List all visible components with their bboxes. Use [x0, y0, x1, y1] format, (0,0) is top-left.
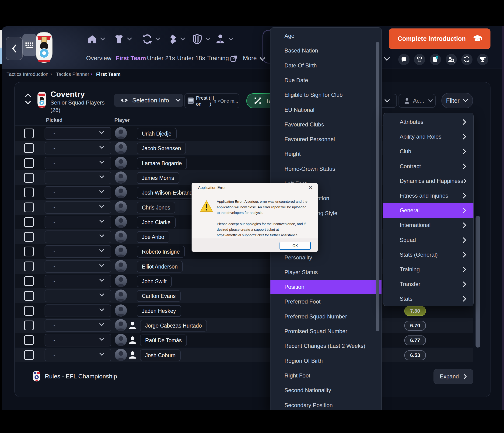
category-transfer[interactable]: Transfer — [383, 277, 473, 291]
trophy-button[interactable] — [477, 54, 488, 65]
row-checkbox[interactable] — [24, 321, 34, 330]
dialog-ok-button[interactable]: OK — [279, 242, 311, 250]
report-alert-button[interactable]: ★ — [430, 54, 441, 65]
column-option-recent-changes-last-2-weeks-[interactable]: Recent Changes (Last 2 Weeks) — [270, 339, 381, 353]
picked-dropdown[interactable]: - — [45, 216, 111, 228]
player-name[interactable]: Jacob Sørensen — [137, 143, 186, 154]
row-checkbox[interactable] — [24, 276, 34, 286]
player-photo[interactable] — [115, 349, 127, 361]
nav-shirt-icon[interactable] — [114, 34, 124, 44]
tab-under-18s[interactable]: Under 18s — [177, 54, 205, 62]
sync-circle-button[interactable] — [461, 54, 472, 65]
player-photo[interactable] — [115, 334, 127, 346]
player-photo[interactable] — [115, 319, 127, 331]
column-option-home-grown-status[interactable]: Home-Grown Status — [270, 162, 381, 176]
player-name[interactable]: James Morris — [137, 172, 179, 184]
player-name[interactable]: Elliot Anderson — [137, 261, 183, 272]
expand-button[interactable]: Expand — [433, 369, 473, 384]
column-option-right-foot[interactable]: Right Foot — [270, 368, 381, 383]
player-name[interactable]: Joe Aribo — [137, 231, 169, 243]
tab-first-team[interactable]: First Team — [116, 54, 146, 62]
chevron-down-icon[interactable] — [180, 37, 185, 42]
row-checkbox[interactable] — [24, 173, 34, 183]
column-option-favoured-personnel[interactable]: Favoured Personnel — [270, 132, 381, 146]
category-general[interactable]: General — [383, 203, 473, 218]
player-name[interactable]: Josh Coburn — [140, 350, 180, 361]
picked-dropdown[interactable]: - — [45, 260, 111, 273]
player-photo[interactable] — [115, 186, 127, 198]
category-fitness-and-injuries[interactable]: Fitness and Injuries — [383, 188, 473, 203]
row-checkbox[interactable] — [24, 232, 34, 242]
player-photo[interactable] — [115, 142, 127, 154]
academy-dropdown[interactable]: Ac... — [398, 94, 436, 108]
column-option-personality[interactable]: Personality — [270, 250, 381, 265]
back-button[interactable] — [6, 37, 23, 60]
player-name[interactable]: Chris Jones — [137, 202, 175, 214]
picked-dropdown[interactable]: - — [45, 275, 111, 288]
chevron-down-icon[interactable] — [155, 37, 160, 42]
category-ability-and-roles[interactable]: Ability and Roles — [383, 129, 473, 144]
picked-dropdown[interactable]: - — [45, 201, 111, 214]
category-squad[interactable]: Squad — [383, 233, 473, 247]
row-checkbox[interactable] — [24, 128, 34, 138]
column-option-second-nationality[interactable]: Second Nationality — [270, 383, 381, 397]
keyboard-button[interactable] — [22, 34, 37, 56]
filter-button[interactable]: Filter — [441, 93, 473, 108]
player-name[interactable]: Carlton Evans — [137, 290, 180, 302]
player-photo[interactable] — [115, 127, 127, 139]
column-option-preferred-squad-number[interactable]: Preferred Squad Number — [270, 309, 381, 324]
complete-introduction-button[interactable]: Complete Introduction — [389, 28, 490, 49]
column-option-region-of-birth[interactable]: Region Of Birth — [270, 354, 381, 368]
tab-training[interactable]: Training — [207, 54, 229, 62]
row-checkbox[interactable] — [24, 158, 34, 168]
picked-dropdown[interactable]: - — [45, 231, 111, 243]
column-option-player-status[interactable]: Player Status — [270, 265, 381, 280]
picked-dropdown[interactable]: - — [45, 245, 111, 258]
breadcrumb-item[interactable]: Tactics Introduction — [7, 71, 49, 77]
column-option-eu-national[interactable]: EU National — [270, 103, 381, 117]
column-option-favoured-clubs[interactable]: Favoured Clubs — [270, 117, 381, 132]
picked-dropdown[interactable]: - — [45, 349, 111, 361]
dialog-close-button[interactable]: ✕ — [308, 185, 313, 191]
row-checkbox[interactable] — [24, 188, 34, 197]
column-header-picked[interactable]: Picked — [46, 117, 63, 123]
scout-button[interactable] — [446, 54, 457, 65]
player-name[interactable]: Jorge Cabezas Hurtado — [140, 320, 207, 332]
nav-club-logo-icon[interactable] — [167, 34, 177, 44]
selection-info-dropdown[interactable]: Selection Info — [114, 94, 183, 107]
player-photo[interactable] — [115, 231, 127, 243]
page-scrollbar[interactable] — [476, 216, 480, 348]
row-checkbox[interactable] — [24, 350, 34, 360]
tab-under-21s[interactable]: Under 21s — [147, 54, 175, 62]
row-checkbox[interactable] — [24, 202, 34, 212]
picked-dropdown[interactable]: - — [45, 171, 111, 184]
player-name[interactable]: Uriah Djedje — [137, 128, 177, 140]
row-checkbox[interactable] — [24, 335, 34, 345]
tab-more[interactable]: More — [243, 54, 257, 62]
row-checkbox[interactable] — [24, 291, 34, 301]
column-option-due-date[interactable]: Due Date — [270, 73, 381, 88]
category-contract[interactable]: Contract — [383, 159, 473, 174]
column-option-age[interactable]: Age — [270, 29, 381, 43]
player-photo[interactable] — [115, 171, 127, 184]
category-club[interactable]: Club — [383, 144, 473, 159]
player-name[interactable]: Josh Wilson-Esbrand — [137, 187, 198, 198]
column-header-player[interactable]: Player — [114, 117, 130, 123]
column-option-position[interactable]: Position — [270, 280, 381, 294]
kit-button[interactable] — [414, 54, 425, 65]
player-photo[interactable] — [115, 245, 127, 257]
player-photo[interactable] — [115, 201, 127, 213]
player-photo[interactable] — [115, 260, 127, 272]
category-stats[interactable]: Stats — [383, 291, 473, 306]
collapse-chevron-icon[interactable] — [384, 57, 390, 61]
category-dynamics-and-happiness[interactable]: Dynamics and Happiness — [383, 174, 473, 188]
player-photo[interactable] — [115, 305, 127, 316]
nav-shield-icon[interactable] — [192, 34, 203, 44]
picked-dropdown[interactable]: - — [45, 142, 111, 154]
picked-dropdown[interactable]: - — [45, 289, 111, 302]
chevron-down-icon[interactable] — [205, 37, 210, 42]
column-option-based-nation[interactable]: Based Nation — [270, 43, 381, 58]
nav-sync-icon[interactable] — [142, 34, 152, 44]
chevron-down-icon[interactable] — [100, 37, 105, 42]
column-option-height[interactable]: Height — [270, 147, 381, 161]
